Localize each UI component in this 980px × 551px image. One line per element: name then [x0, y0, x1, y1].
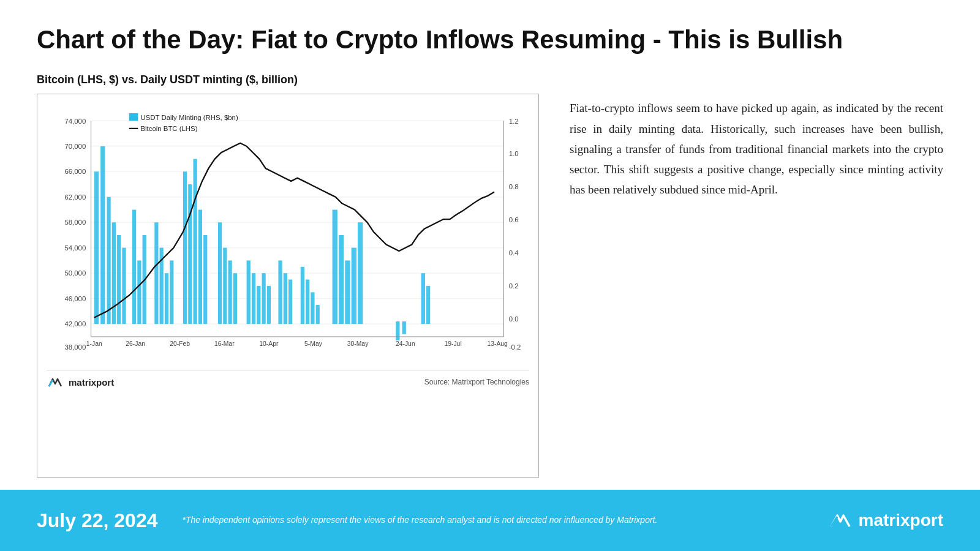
chart-section: Bitcoin (LHS, $) vs. Daily USDT minting … [37, 73, 539, 478]
svg-rect-36 [154, 223, 158, 324]
chart-footer: matrixport Source: Matrixport Technologi… [47, 370, 529, 389]
svg-rect-49 [247, 261, 251, 324]
matrixport-logo-icon [47, 375, 64, 389]
svg-rect-46 [223, 248, 227, 324]
svg-text:58,000: 58,000 [64, 219, 86, 227]
svg-rect-52 [262, 274, 265, 324]
svg-rect-39 [170, 261, 173, 324]
svg-rect-70 [129, 113, 138, 121]
svg-rect-29 [107, 197, 111, 324]
svg-text:74,000: 74,000 [64, 118, 86, 125]
svg-text:1.0: 1.0 [509, 151, 519, 158]
chart-inner: 74,000 70,000 66,000 62,000 58,000 54,00… [47, 107, 529, 364]
svg-rect-44 [203, 235, 207, 324]
text-section: Fiat-to-crypto inflows seem to have pick… [570, 73, 943, 478]
svg-rect-56 [288, 280, 292, 324]
svg-text:0.2: 0.2 [509, 282, 519, 290]
svg-text:1-Jan: 1-Jan [86, 341, 102, 348]
content-area: Bitcoin (LHS, $) vs. Daily USDT minting … [37, 73, 943, 478]
svg-rect-66 [396, 321, 399, 340]
chart-container: 74,000 70,000 66,000 62,000 58,000 54,00… [37, 94, 539, 478]
svg-rect-61 [333, 210, 337, 324]
svg-rect-30 [112, 223, 116, 324]
svg-rect-28 [100, 146, 105, 324]
svg-text:Bitcoin BTC (LHS): Bitcoin BTC (LHS) [140, 125, 197, 132]
svg-text:46,000: 46,000 [64, 295, 86, 302]
svg-text:0.4: 0.4 [509, 250, 519, 257]
svg-text:30-May: 30-May [347, 341, 369, 348]
svg-rect-34 [137, 261, 141, 324]
svg-rect-41 [188, 184, 192, 324]
svg-rect-60 [316, 305, 320, 324]
svg-text:0.6: 0.6 [509, 217, 519, 224]
svg-rect-38 [165, 274, 168, 324]
footer-logo: matrixport [828, 511, 943, 530]
svg-rect-63 [345, 261, 350, 324]
svg-rect-57 [301, 267, 304, 324]
svg-rect-67 [402, 321, 406, 334]
svg-rect-42 [194, 159, 197, 324]
svg-rect-59 [311, 293, 314, 324]
svg-text:0.0: 0.0 [509, 315, 519, 323]
svg-rect-43 [198, 210, 202, 324]
svg-rect-68 [421, 274, 425, 324]
svg-text:50,000: 50,000 [64, 270, 86, 277]
chart-logo-text: matrixport [69, 377, 114, 388]
svg-rect-51 [257, 286, 260, 324]
svg-text:24-Jun: 24-Jun [396, 341, 415, 348]
svg-text:-0.2: -0.2 [509, 343, 521, 351]
svg-text:26-Jan: 26-Jan [126, 341, 145, 348]
svg-text:54,000: 54,000 [64, 244, 86, 252]
svg-rect-69 [426, 286, 430, 324]
svg-rect-55 [284, 274, 287, 324]
source-text: Source: Matrixport Technologies [424, 378, 529, 386]
svg-text:38,000: 38,000 [64, 343, 86, 351]
svg-rect-31 [117, 235, 121, 324]
chart-svg: 74,000 70,000 66,000 62,000 58,000 54,00… [47, 107, 529, 364]
svg-text:USDT Daily Minting (RHS, $bn): USDT Daily Minting (RHS, $bn) [140, 114, 238, 122]
svg-rect-40 [183, 172, 187, 324]
footer-logo-text: matrixport [859, 511, 943, 530]
svg-text:16-Mar: 16-Mar [214, 341, 235, 348]
svg-text:62,000: 62,000 [64, 193, 86, 201]
svg-text:1.2: 1.2 [509, 118, 519, 125]
svg-rect-48 [233, 274, 237, 324]
svg-rect-33 [132, 210, 136, 324]
svg-text:70,000: 70,000 [64, 143, 86, 150]
svg-rect-53 [267, 286, 271, 324]
svg-text:0.8: 0.8 [509, 184, 519, 191]
svg-text:19-Jul: 19-Jul [444, 341, 461, 348]
footer-logo-icon [828, 511, 853, 530]
svg-rect-47 [228, 261, 232, 324]
footer-date: July 22, 2024 [37, 509, 157, 532]
svg-rect-27 [94, 172, 99, 324]
chart-subtitle: Bitcoin (LHS, $) vs. Daily USDT minting … [37, 73, 539, 86]
svg-text:13-Aug: 13-Aug [487, 341, 508, 348]
svg-rect-58 [306, 280, 309, 324]
svg-text:42,000: 42,000 [64, 321, 86, 328]
footer-bar: July 22, 2024 *The independent opinions … [0, 490, 980, 551]
chart-logo: matrixport [47, 375, 114, 389]
svg-rect-62 [339, 235, 344, 324]
svg-rect-64 [352, 248, 356, 324]
description-text: Fiat-to-crypto inflows seem to have pick… [570, 98, 943, 200]
svg-rect-45 [218, 223, 222, 324]
svg-rect-50 [252, 274, 255, 324]
svg-rect-54 [278, 261, 282, 324]
footer-disclaimer: *The independent opinions solely represe… [182, 514, 803, 527]
svg-text:20-Feb: 20-Feb [170, 341, 190, 348]
svg-text:10-Apr: 10-Apr [259, 341, 279, 348]
svg-rect-65 [358, 223, 363, 324]
svg-text:5-May: 5-May [304, 341, 323, 348]
svg-rect-32 [122, 248, 126, 324]
svg-text:66,000: 66,000 [64, 168, 86, 176]
page-title: Chart of the Day: Fiat to Crypto Inflows… [37, 24, 943, 55]
